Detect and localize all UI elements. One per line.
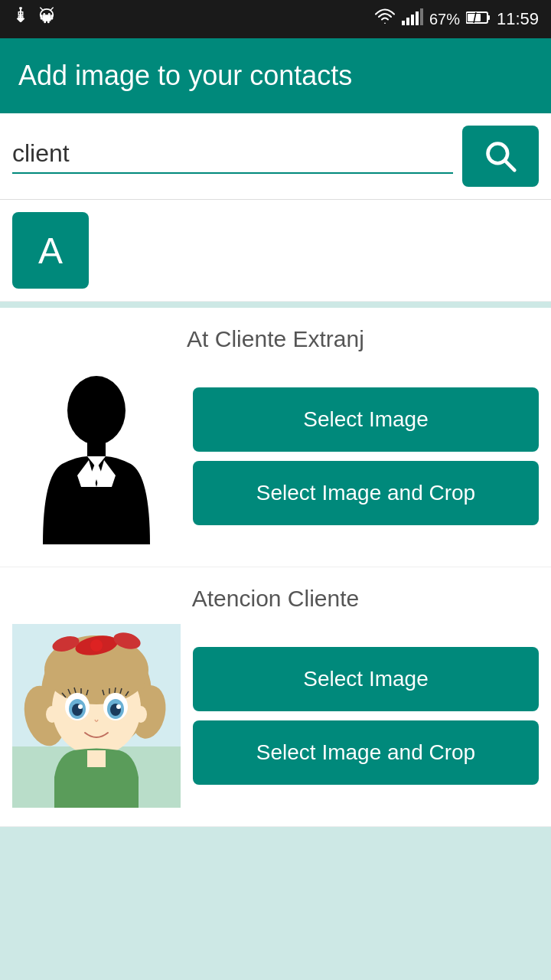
svg-rect-5 [18, 16, 20, 18]
app-header: Add image to your contacts [0, 38, 551, 113]
svg-rect-21 [420, 8, 423, 25]
person-silhouette-icon [20, 368, 173, 544]
svg-point-52 [116, 704, 121, 709]
svg-rect-12 [41, 15, 43, 19]
contact-photo-1 [12, 364, 181, 548]
battery-icon [466, 9, 491, 29]
svg-line-27 [505, 161, 515, 171]
svg-rect-19 [411, 15, 414, 25]
search-icon [484, 139, 517, 173]
svg-point-48 [78, 704, 83, 709]
contact-photo-2 [12, 624, 181, 808]
search-input[interactable] [12, 139, 453, 168]
avatar-letter: A [12, 212, 89, 289]
svg-rect-20 [416, 11, 419, 25]
bottom-space [0, 827, 551, 980]
avatar-row: A [0, 200, 551, 302]
time-display: 11:59 [497, 9, 539, 29]
svg-line-10 [41, 8, 43, 10]
search-input-wrapper [12, 139, 453, 174]
svg-rect-6 [21, 16, 23, 18]
svg-rect-0 [19, 7, 22, 9]
svg-point-44 [90, 639, 103, 652]
contact-buttons-1: Select Image Select Image and Crop [193, 387, 539, 525]
svg-rect-17 [402, 21, 405, 25]
svg-rect-18 [406, 18, 409, 25]
select-image-crop-button-1[interactable]: Select Image and Crop [193, 461, 539, 525]
contact-name-1: At Cliente Extranj [12, 326, 539, 352]
status-left-icons [12, 6, 55, 32]
anime-character-icon [12, 624, 181, 808]
contact-body-2: Select Image Select Image and Crop [12, 624, 539, 808]
contact-card-2: Atencion Cliente [0, 567, 551, 827]
usb-icon [12, 6, 29, 32]
select-image-button-2[interactable]: Select Image [193, 647, 539, 711]
page-title: Add image to your contacts [18, 60, 533, 92]
wifi-icon [374, 8, 396, 30]
contact-card-1: At Cliente Extranj [0, 308, 551, 567]
select-image-button-1[interactable]: Select Image [193, 387, 539, 452]
contacts-container: At Cliente Extranj [0, 308, 551, 827]
search-button[interactable] [462, 126, 539, 187]
svg-rect-16 [43, 15, 51, 21]
svg-point-64 [135, 706, 147, 723]
svg-point-63 [46, 706, 58, 723]
search-container [0, 113, 551, 200]
battery-percent: 67% [429, 11, 460, 28]
svg-rect-13 [51, 15, 54, 19]
svg-line-60 [115, 688, 116, 693]
contact-buttons-2: Select Image Select Image and Crop [193, 647, 539, 785]
svg-rect-29 [87, 441, 106, 456]
svg-rect-65 [87, 750, 106, 767]
svg-line-11 [51, 8, 54, 10]
select-image-crop-button-2[interactable]: Select Image and Crop [193, 720, 539, 785]
svg-point-28 [67, 376, 126, 445]
android-icon [38, 6, 55, 32]
contact-body-1: Select Image Select Image and Crop [12, 364, 539, 548]
status-right-icons: 67% 11:59 [374, 8, 539, 30]
status-bar: 67% 11:59 [0, 0, 551, 38]
signal-icon [402, 8, 423, 30]
contact-name-2: Atencion Cliente [12, 586, 539, 612]
svg-rect-23 [487, 15, 490, 20]
